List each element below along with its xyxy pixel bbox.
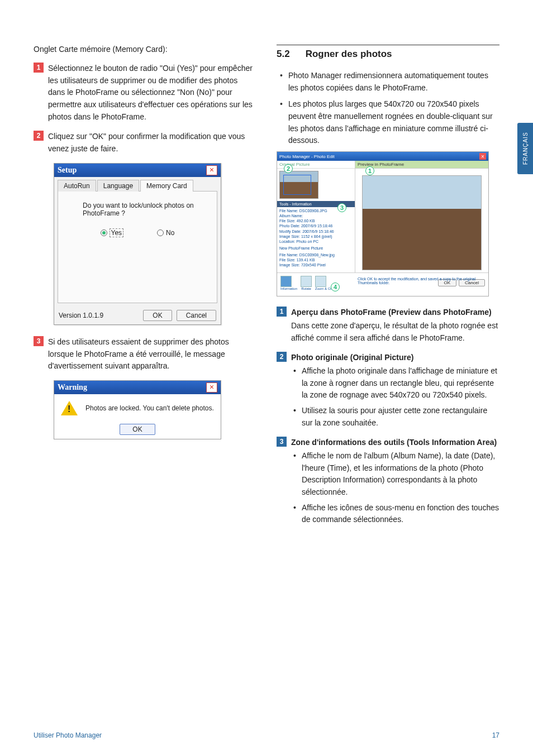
warning-dialog-title: Warning (58, 383, 87, 392)
callout-1: 1 (365, 166, 374, 175)
radio-no[interactable]: No (157, 229, 174, 237)
feature-badge: 2 (277, 352, 287, 362)
feature-bullets: Affiche le nom de l'album (Album Name), … (277, 450, 499, 526)
section-heading: 5.2 Rogner des photos (277, 49, 499, 60)
bullet-text: Affiche les icônes de sous-menu en fonct… (302, 502, 499, 526)
ok-button[interactable]: OK (143, 310, 172, 321)
information-icon (280, 276, 292, 287)
rotate-icon (301, 276, 312, 287)
radio-no-label: No (166, 229, 174, 237)
warning-footer: OK (54, 422, 221, 439)
tools-info-lines: File Name: DSC00908.JPG Album Name: File… (277, 207, 355, 245)
section-title: Rogner des photos (306, 49, 392, 60)
step-number-badge: 1 (34, 63, 44, 73)
feature-bullets: Affiche la photo originale dans l'affich… (277, 365, 499, 429)
feature-tools-info: 3 Zone d'informations des outils (Tools … (277, 437, 499, 526)
step-number-badge: 2 (34, 131, 44, 141)
lock-radios: Yes No (101, 228, 175, 237)
crop-rectangle[interactable] (283, 175, 311, 195)
warning-message: Photos are locked. You can't delete phot… (85, 404, 214, 412)
info-line: File Size: 139.41 KB (279, 257, 353, 262)
language-tab: FRANÇAIS (517, 123, 533, 174)
bullet-text: Utilisez la souris pour ajuster cette zo… (302, 405, 499, 429)
step-1: 1 Sélectionnez le bouton de radio "Oui (… (34, 63, 256, 123)
setup-dialog: Setup × AutoRun Language Memory Card Do … (54, 163, 221, 325)
step-3: 3 Si des utilisateurs essaient de suppri… (34, 336, 256, 372)
lock-question: Do you want to lock/unlock photos on Pho… (66, 202, 209, 217)
right-column: 5.2 Rogner des photos Photo Manager redi… (277, 45, 499, 534)
original-picture-panel: Original Picture Tools - Information Fil… (277, 161, 355, 272)
tool-icons-row: Information Rotate Zoom & Crop (280, 276, 335, 290)
close-icon[interactable]: × (206, 165, 217, 175)
tool-information[interactable]: Information (280, 276, 297, 290)
preview-panel: Preview in PhotoFrame Click OK to accept… (355, 161, 488, 272)
radio-yes-label: Yes (110, 228, 124, 237)
info-line: File Size: 492.60 KB (279, 218, 353, 223)
zoom-crop-icon (315, 276, 326, 287)
info-line: Album Name: (279, 213, 353, 218)
version-label: Version 1.0.1.9 (59, 312, 103, 319)
memory-card-panel: Do you want to lock/unlock photos on Pho… (58, 192, 217, 303)
photo-edit-columns: Original Picture Tools - Information Fil… (277, 161, 488, 272)
list-item: Affiche le nom de l'album (Album Name), … (293, 450, 499, 499)
warning-icon (61, 401, 78, 415)
close-icon[interactable]: × (206, 382, 217, 393)
list-item: Les photos plus larges que 540x720 ou 72… (280, 98, 499, 147)
tools-info-header-text: Tools - Information (279, 202, 312, 206)
callout-3: 3 (337, 203, 346, 212)
photo-edit-titlebar: Photo Manager - Photo Edit × (277, 152, 488, 161)
list-item: Affiche les icônes de sous-menu en fonct… (293, 502, 499, 526)
tab-language[interactable]: Language (97, 180, 139, 192)
list-item: Photo Manager redimensionnera automatiqu… (280, 70, 499, 94)
setup-tabs: AutoRun Language Memory Card (58, 179, 217, 192)
callout-2: 2 (284, 164, 293, 173)
step-3-text: Si des utilisateurs essaient de supprime… (48, 336, 256, 372)
section-number: 5.2 (277, 49, 290, 60)
page-columns: Onglet Carte mémoire (Memory Card): 1 Sé… (34, 45, 499, 534)
setup-dialog-body: AutoRun Language Memory Card Do you want… (54, 177, 221, 307)
tab-autorun[interactable]: AutoRun (58, 180, 96, 192)
memory-card-intro: Onglet Carte mémoire (Memory Card): (34, 45, 256, 54)
feature-body: Dans cette zone d'aperçu, le résultat de… (291, 320, 499, 344)
radio-icon (157, 229, 164, 236)
list-item: Utilisez la souris pour ajuster cette zo… (293, 405, 499, 429)
cancel-button[interactable]: Cancel (177, 310, 216, 321)
info-line: Image Size: 720x540 Pixel (279, 262, 353, 267)
new-picture-header: New PhotoFrame Picture (277, 245, 355, 251)
info-line: File Name: DSC00908_New.jpg (279, 252, 353, 257)
new-picture-lines: File Name: DSC00908_New.jpg File Size: 1… (277, 251, 355, 269)
page-number: 17 (492, 731, 499, 739)
radio-yes[interactable]: Yes (101, 228, 124, 237)
original-thumbnail[interactable] (279, 171, 318, 199)
ok-button[interactable]: OK (120, 424, 155, 435)
photo-edit-title: Photo Manager - Photo Edit (279, 154, 335, 159)
warning-dialog-titlebar: Warning × (54, 381, 221, 394)
tool-label: Information (280, 287, 297, 290)
warning-dialog: Warning × Photos are locked. You can't d… (54, 380, 221, 439)
step-2-text: Cliquez sur "OK" pour confirmer la modif… (48, 131, 256, 155)
info-line: Image Size: 1152 x 864 (pixel) (279, 234, 353, 239)
info-line: Modify Date: 2007/6/9 15:18:46 (279, 229, 353, 234)
bullet-text: Les photos plus larges que 540x720 ou 72… (288, 98, 499, 147)
warning-body: Photos are locked. You can't delete phot… (54, 394, 221, 422)
feature-badge: 1 (277, 307, 287, 317)
feature-badge: 3 (277, 437, 287, 447)
preview-hint: Click OK to accept the modification, and… (358, 277, 486, 285)
footer-section-title: Utiliser Photo Manager (34, 731, 102, 739)
setup-dialog-title: Setup (58, 166, 77, 175)
tab-memory-card[interactable]: Memory Card (140, 180, 193, 192)
setup-dialog-footer: Version 1.0.1.9 OK Cancel (54, 307, 221, 324)
info-line: Location: Photo on PC (279, 239, 353, 244)
feature-preview: 1 Aperçu dans PhotoFrame (Preview dans P… (277, 307, 499, 344)
feature-title: Aperçu dans PhotoFrame (Preview dans Pho… (291, 307, 492, 319)
radio-icon (101, 229, 107, 236)
feature-title: Zone d'informations des outils (Tools In… (291, 437, 497, 449)
tool-rotate[interactable]: Rotate (301, 276, 312, 290)
step-1-text: Sélectionnez le bouton de radio "Oui (Ye… (48, 63, 256, 123)
left-column: Onglet Carte mémoire (Memory Card): 1 Sé… (34, 45, 256, 534)
close-icon[interactable]: × (479, 153, 486, 160)
info-line: Photo Date: 2007/6/9 15:18:46 (279, 223, 353, 228)
tool-label: Rotate (301, 287, 312, 290)
page-footer: Utiliser Photo Manager 17 (34, 731, 499, 739)
preview-header: Preview in PhotoFrame (355, 161, 488, 169)
